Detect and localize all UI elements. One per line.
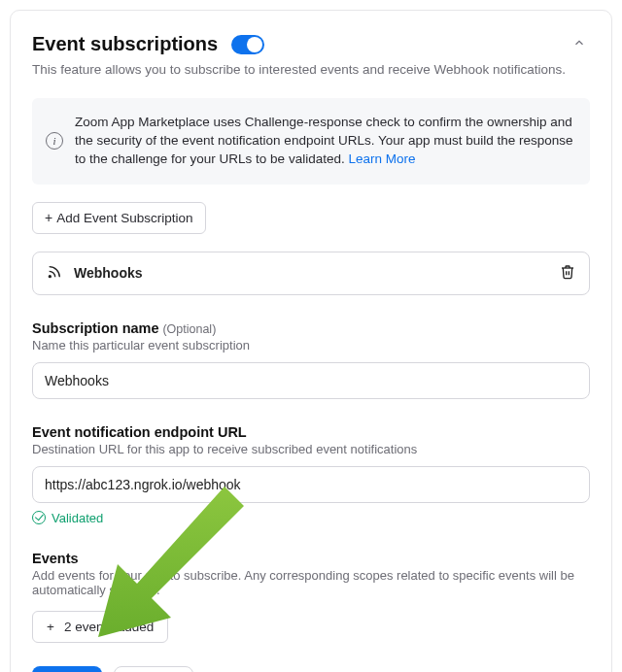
endpoint-input[interactable] (32, 466, 590, 503)
optional-label: (Optional) (162, 322, 216, 336)
events-desc: Add events for your app to subscribe. An… (32, 568, 590, 597)
info-box: i Zoom App Marketplace uses Challenge-re… (32, 98, 590, 185)
webhooks-row-left: Webhooks (47, 264, 143, 283)
webhooks-row-label: Webhooks (74, 265, 143, 281)
events-label: Events (32, 551, 590, 566)
add-event-subscription-button[interactable]: + Add Event Subscription (32, 202, 206, 234)
header-left: Event subscriptions (32, 33, 264, 55)
trash-icon[interactable] (560, 264, 575, 283)
subscription-name-desc: Name this particular event subscription (32, 338, 590, 353)
info-text-content: Zoom App Marketplace uses Challenge-resp… (75, 115, 573, 166)
collapse-chevron-icon[interactable] (569, 32, 590, 56)
event-subscriptions-card: Event subscriptions This feature allows … (10, 10, 612, 672)
events-added-button[interactable]: + 2 events added (32, 611, 168, 643)
feature-toggle[interactable] (231, 35, 264, 54)
info-text: Zoom App Marketplace uses Challenge-resp… (75, 114, 574, 169)
rss-icon (47, 264, 62, 283)
svg-point-0 (49, 275, 51, 277)
check-circle-icon (32, 511, 46, 524)
endpoint-desc: Destination URL for this app to receive … (32, 442, 590, 456)
events-block: Events Add events for your app to subscr… (32, 551, 590, 643)
plus-icon: + (47, 620, 54, 634)
plus-icon: + (45, 211, 52, 224)
subscription-name-label-row: Subscription name (Optional) (32, 320, 590, 336)
endpoint-label: Event notification endpoint URL (32, 424, 590, 440)
subtitle: This feature allows you to subscribe to … (32, 62, 590, 77)
add-button-label: Add Event Subscription (56, 211, 192, 225)
page-title: Event subscriptions (32, 33, 218, 55)
info-icon: i (46, 132, 63, 150)
footer-buttons: Save Cancel (32, 666, 590, 672)
cancel-button[interactable]: Cancel (114, 666, 193, 672)
webhooks-row[interactable]: Webhooks (32, 252, 590, 295)
subscription-name-block: Subscription name (Optional) Name this p… (32, 320, 590, 399)
save-button[interactable]: Save (32, 666, 102, 672)
validated-label: Validated (52, 511, 103, 525)
learn-more-link[interactable]: Learn More (348, 151, 415, 166)
subscription-name-input[interactable] (32, 362, 590, 399)
toggle-knob (247, 37, 262, 52)
events-button-label: 2 events added (64, 620, 154, 634)
header-row: Event subscriptions (32, 32, 590, 56)
endpoint-block: Event notification endpoint URL Destinat… (32, 424, 590, 525)
subscription-name-label: Subscription name (32, 320, 159, 336)
validated-status: Validated (32, 511, 590, 525)
